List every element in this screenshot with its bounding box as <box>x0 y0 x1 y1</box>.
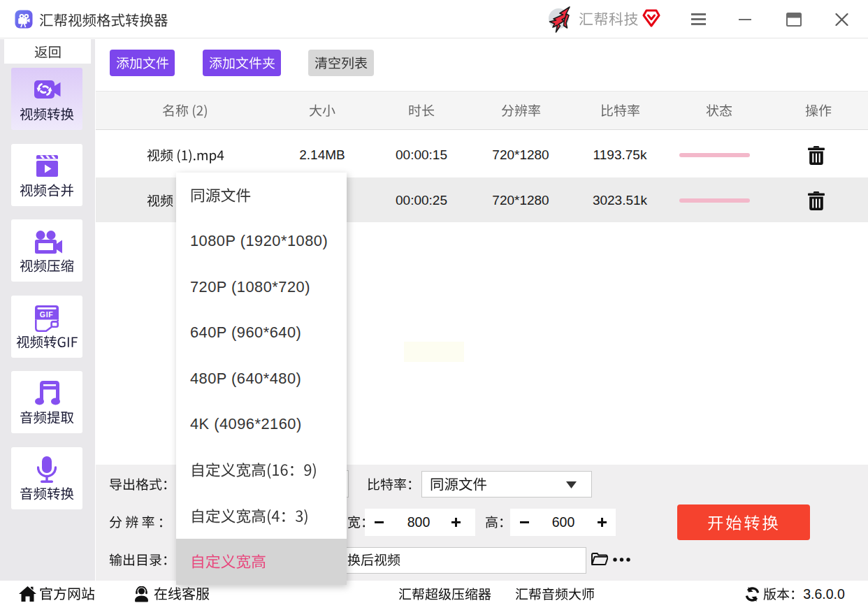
svg-text:GIF: GIF <box>40 310 54 319</box>
